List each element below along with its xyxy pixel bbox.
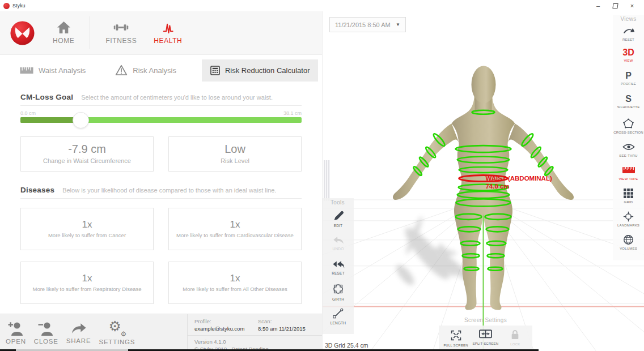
tab-waist-analysis[interactable]: Waist Analysis <box>11 60 94 81</box>
nav-label: HOME <box>53 37 74 45</box>
waist-label-text: WAIST (ABDOMINAL) <box>485 175 552 182</box>
settings-button[interactable]: ⚙ ⚙ SETTINGS <box>99 320 135 345</box>
view-grid-button[interactable]: GRID <box>613 187 644 211</box>
eye-icon <box>622 141 635 152</box>
disease-card-respiratory: 1x More likely to suffer from Respirator… <box>20 262 154 304</box>
split-screen-button[interactable]: SPLIT-SCREEN <box>471 329 500 347</box>
disease-card-other: 1x More likely to suffer from All Other … <box>168 262 302 304</box>
nav-item-fitness[interactable]: FITNESS <box>97 21 145 45</box>
full-screen-button[interactable]: FULL SCREEN <box>441 329 471 347</box>
window-titlebar: Styku – × <box>0 0 644 11</box>
close-button[interactable]: × <box>624 1 641 11</box>
scan-date-value: 11/21/2015 8:50 AM <box>335 22 391 28</box>
waist-measurement-label: WAIST (ABDOMINAL) 74.0 cm <box>485 175 552 190</box>
diseases-header: Diseases Below is your likelihood of dis… <box>20 178 302 199</box>
app-logo-icon <box>3 3 10 9</box>
heartbeat-icon <box>162 21 175 34</box>
gear-icon: ⚙ <box>108 318 121 335</box>
tab-risk-analysis[interactable]: Risk Analysis <box>107 58 185 82</box>
viewer-3d: WAIST (ABDOMINAL) 74.0 cm 11/21/2015 8:5… <box>322 11 644 351</box>
view-cross-section-button[interactable]: CROSS-SECTION <box>613 118 644 141</box>
nav-item-home[interactable]: HOME <box>44 21 83 45</box>
disease-card-cancer: 1x More likely to suffer from Cancer <box>20 208 154 250</box>
view-see-thru-button[interactable]: SEE-THRU <box>613 141 644 164</box>
gear-small-icon: ⚙ <box>121 330 127 338</box>
disease-label: More likely to suffer from Cardiovascula… <box>172 232 298 238</box>
view-item-label: VOLUMES <box>620 247 637 250</box>
girth-circle-icon <box>332 283 344 295</box>
slider-thumb[interactable] <box>73 112 89 129</box>
nav-label: FITNESS <box>105 37 137 45</box>
dumbbell-icon <box>113 21 129 34</box>
lock-icon <box>511 329 519 340</box>
view-reset-button[interactable]: RESET <box>613 25 644 48</box>
cm-loss-slider[interactable] <box>20 117 302 123</box>
view-tape-button[interactable]: VIEW TAPE <box>613 164 644 187</box>
tool-reset-button[interactable]: RESET <box>323 255 354 280</box>
view-3d-button[interactable]: 3D VIEW <box>613 48 644 71</box>
nav-label: HEALTH <box>154 37 182 45</box>
profile-label: Profile: <box>194 318 258 324</box>
home-icon <box>57 21 71 34</box>
tool-label: UNDO <box>333 247 344 251</box>
restore-button[interactable] <box>607 1 624 11</box>
session-info: Profile: example@styku.com Scan: 8:50 am… <box>187 314 322 351</box>
disease-cards: 1x More likely to suffer from Cancer 1x … <box>20 208 302 304</box>
share-arrow-icon <box>70 322 87 335</box>
tool-edit-button[interactable]: EDIT <box>323 207 354 231</box>
slider-labels: 0.0 cm 38.1 cm <box>20 110 302 116</box>
profile-scan-row: Profile: example@styku.com Scan: 8:50 am… <box>188 314 322 336</box>
open-button[interactable]: OPEN <box>6 321 26 345</box>
disease-value: 1x <box>24 273 150 284</box>
window-controls: – × <box>590 1 641 11</box>
disease-card-cardiovascular: 1x More likely to suffer from Cardiovasc… <box>168 208 302 250</box>
warning-triangle-icon <box>115 65 128 76</box>
measuring-tape-icon <box>622 164 635 176</box>
scan-value: 8:50 am 11/21/2015 <box>258 326 306 332</box>
tab-label: Risk Reduction Calculator <box>225 66 310 75</box>
disease-value: 1x <box>172 219 298 230</box>
main-nav: HOME FITNESS HE <box>0 11 322 55</box>
open-person-icon <box>7 321 24 336</box>
scan-date-dropdown[interactable]: 11/21/2015 8:50 AM ▼ <box>329 17 406 32</box>
tab-risk-reduction-calculator[interactable]: Risk Reduction Calculator <box>202 59 319 82</box>
view-item-label: SILHOUETTE <box>617 105 640 109</box>
tool-girth-button[interactable]: GIRTH <box>323 280 354 304</box>
tool-length-button[interactable]: LENGTH <box>323 304 354 328</box>
waist-value-text: 74.0 cm <box>485 183 509 190</box>
close-person-icon <box>37 321 54 336</box>
view-item-label: SEE-THRU <box>619 154 637 157</box>
app-window: HOME FITNESS HE <box>0 11 644 351</box>
view-landmarks-button[interactable]: LANDMARKS <box>613 211 644 234</box>
calculator-content: CM-Loss Goal Select the amount of centim… <box>0 85 322 304</box>
minimize-icon: – <box>596 2 600 9</box>
styku-logo-icon[interactable] <box>10 20 35 46</box>
3d-view-icon: 3D <box>622 48 634 57</box>
3d-scene[interactable]: WAIST (ABDOMINAL) 74.0 cm <box>323 11 644 351</box>
close-scan-button[interactable]: CLOSE <box>34 321 58 345</box>
risk-level-label: Risk Level <box>172 157 298 164</box>
view-item-label: VIEW <box>624 59 633 62</box>
slider-fill <box>20 117 80 123</box>
diseases-heading: Diseases <box>20 186 54 194</box>
view-profile-button[interactable]: P PROFILE <box>613 71 644 95</box>
share-button[interactable]: SHARE <box>66 322 91 344</box>
tools-panel-title: Tools <box>331 199 345 206</box>
view-silhouette-button[interactable]: S SILHOUETTE <box>613 95 644 118</box>
minimize-button[interactable]: – <box>590 1 607 11</box>
analysis-tabs: Waist Analysis Risk Analysis <box>0 55 322 85</box>
screen-item-label: SPLIT-SCREEN <box>473 342 499 345</box>
pen-icon <box>333 210 344 221</box>
nav-item-health[interactable]: HEALTH <box>145 21 190 45</box>
disease-label: More likely to suffer from All Other Dis… <box>172 286 298 292</box>
restore-icon <box>612 3 618 8</box>
nav-divider <box>90 16 90 49</box>
tool-undo-button[interactable]: UNDO <box>323 231 354 255</box>
grid-scale-label: 3D Grid 25.4 cm <box>325 342 368 349</box>
panel-splitter-grip[interactable] <box>324 160 330 201</box>
view-volumes-button[interactable]: VOLUMES <box>613 234 644 257</box>
tools-panel: Tools EDIT UNDO RESET <box>323 198 354 334</box>
lock-button[interactable]: LOCK <box>501 329 530 347</box>
risk-level-value: Low <box>172 143 298 156</box>
view-item-label: PROFILE <box>621 82 636 85</box>
